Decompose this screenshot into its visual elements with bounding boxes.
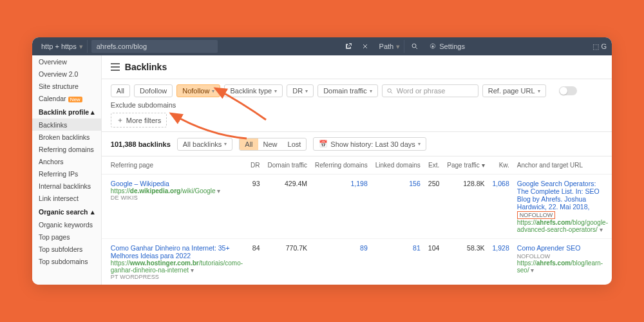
more-filters-button[interactable]: ＋ More filters (111, 113, 167, 128)
referring-page-title[interactable]: Google – Wikipedia (111, 180, 243, 187)
protocol-select[interactable]: http + https▾ (37, 40, 88, 53)
sidebar-group-organic[interactable]: Organic search▴ (32, 204, 101, 218)
col-ext[interactable]: Ext. (424, 156, 444, 175)
svg-point-1 (432, 46, 434, 48)
sidebar-item-top-pages[interactable]: Top pages (32, 231, 101, 243)
cell-ext: 104 (424, 239, 444, 285)
path-select[interactable]: Path▾ (375, 40, 405, 53)
filter-domain-traffic[interactable]: Domain traffic▾ (317, 84, 378, 97)
cell-rd[interactable]: 89 (311, 239, 372, 285)
backlinks-table: Referring page DR Domain traffic Referri… (102, 156, 612, 285)
filter-all[interactable]: All (111, 84, 130, 97)
main-content: Backlinks All Dofollow Nofollow▾ Backlin… (102, 55, 612, 285)
cell-dr: 84 (247, 239, 263, 285)
open-icon[interactable] (342, 40, 355, 53)
settings-button[interactable]: Settings (425, 40, 469, 53)
cell-pt: 128.8K (443, 175, 488, 239)
cell-kw[interactable]: 1,928 (489, 239, 513, 285)
table-row: Como Ganhar Dinheiro na Internet: 35+ Me… (102, 239, 612, 285)
sidebar-item-site-structure[interactable]: Site structure (32, 80, 101, 92)
nofollow-text: NOFOLLOW (517, 253, 551, 260)
nofollow-badge: NOFOLLOW (517, 211, 556, 219)
cell-dt: 429.4M (264, 175, 312, 239)
svg-point-2 (388, 88, 392, 92)
filter-dofollow[interactable]: Dofollow (134, 84, 173, 97)
search-input[interactable]: Word or phrase (382, 84, 478, 97)
sidebar-item-link-intersect[interactable]: Link intersect (32, 192, 101, 204)
cell-pt: 58.3K (443, 239, 488, 285)
tab-new[interactable]: New (258, 138, 283, 150)
sidebar: Overview Overview 2.0 Site structure Cal… (32, 55, 102, 285)
history-select[interactable]: 📅 Show history: Last 30 days▾ (313, 137, 426, 151)
cell-kw[interactable]: 1,068 (489, 175, 513, 239)
referring-page-title[interactable]: Como Ganhar Dinheiro na Internet: 35+ Me… (111, 244, 243, 260)
col-dr[interactable]: DR (247, 156, 263, 175)
sidebar-item-overview2[interactable]: Overview 2.0 (32, 68, 101, 80)
page-title: Backlinks (125, 62, 167, 72)
referring-page-url[interactable]: https://de.wikipedia.org/wiki/Google ▾ (111, 187, 243, 194)
app-topbar: http + https▾ ahrefs.com/blog Path▾ Sett… (32, 37, 612, 55)
right-menu[interactable]: ⬚ G (592, 43, 607, 51)
menu-icon[interactable] (111, 63, 120, 71)
cell-ld[interactable]: 81 (372, 239, 424, 285)
sidebar-item-top-subfolders[interactable]: Top subfolders (32, 243, 101, 255)
referring-page-url[interactable]: https://www.hostinger.com.br/tutoriais/c… (111, 260, 243, 274)
sidebar-item-organic-keywords[interactable]: Organic keywords (32, 218, 101, 231)
col-domain-traffic[interactable]: Domain traffic (264, 156, 312, 175)
col-kw[interactable]: Kw. (489, 156, 513, 175)
sidebar-item-broken-backlinks[interactable]: Broken backlinks (32, 131, 101, 143)
col-linked-domains[interactable]: Linked domains (372, 156, 424, 175)
exclude-subdomains-label: Exclude subdomains (111, 101, 176, 109)
search-icon[interactable] (408, 40, 421, 53)
backlinks-count: 101,388 backlinks (111, 140, 171, 148)
target-url[interactable]: https://ahrefs.com/blog/learn-seo/ ▾ (517, 260, 608, 274)
referring-page-tags: PT WORDPRESS (111, 274, 243, 280)
cell-ld[interactable]: 156 (372, 175, 424, 239)
cell-ext: 250 (424, 175, 444, 239)
exclude-subdomains-toggle[interactable] (559, 86, 577, 95)
referring-page-tags: DE WIKIS (111, 194, 243, 201)
sidebar-group-backlink[interactable]: Backlink profile▴ (32, 104, 101, 118)
filter-backlink-type[interactable]: Backlink type▾ (224, 84, 283, 97)
anchor-text[interactable]: Google Search Operators: The Complete Li… (517, 180, 608, 211)
tab-lost[interactable]: Lost (283, 138, 307, 150)
table-row: Google – Wikipedia https://de.wikipedia.… (102, 175, 612, 239)
target-url[interactable]: https://ahrefs.com/blog/google-advanced-… (517, 219, 608, 233)
all-backlinks-select[interactable]: All backlinks▾ (177, 138, 233, 151)
col-referring-domains[interactable]: Referring domains (311, 156, 372, 175)
cell-rd[interactable]: 1,198 (311, 175, 372, 239)
status-tabs: All New Lost (239, 138, 307, 151)
sidebar-item-internal-backlinks[interactable]: Internal backlinks (32, 180, 101, 192)
cell-dr: 93 (247, 175, 263, 239)
col-referring-page[interactable]: Referring page (102, 156, 247, 175)
sidebar-item-overview[interactable]: Overview (32, 55, 101, 68)
close-icon[interactable] (359, 40, 372, 53)
sidebar-item-referring-ips[interactable]: Referring IPs (32, 167, 101, 180)
col-page-traffic[interactable]: Page traffic ▾ (443, 156, 488, 175)
col-anchor[interactable]: Anchor and target URL (513, 156, 612, 175)
filter-nofollow[interactable]: Nofollow▾ (176, 84, 220, 97)
sidebar-item-backlinks[interactable]: Backlinks (32, 118, 101, 131)
cell-dt: 770.7K (264, 239, 312, 285)
filter-ref-page-url[interactable]: Ref. page URL▾ (482, 84, 546, 97)
sidebar-item-referring-domains[interactable]: Referring domains (32, 143, 101, 155)
svg-point-0 (412, 44, 416, 48)
tab-all[interactable]: All (240, 138, 258, 150)
sidebar-item-calendar[interactable]: CalendarNew (32, 92, 101, 104)
anchor-text[interactable]: Como Aprender SEO (517, 244, 608, 252)
sidebar-item-anchors[interactable]: Anchors (32, 155, 101, 167)
sidebar-item-top-subdomains[interactable]: Top subdomains (32, 255, 101, 267)
url-input[interactable]: ahrefs.com/blog (91, 40, 218, 53)
filter-dr[interactable]: DR▾ (287, 84, 314, 97)
